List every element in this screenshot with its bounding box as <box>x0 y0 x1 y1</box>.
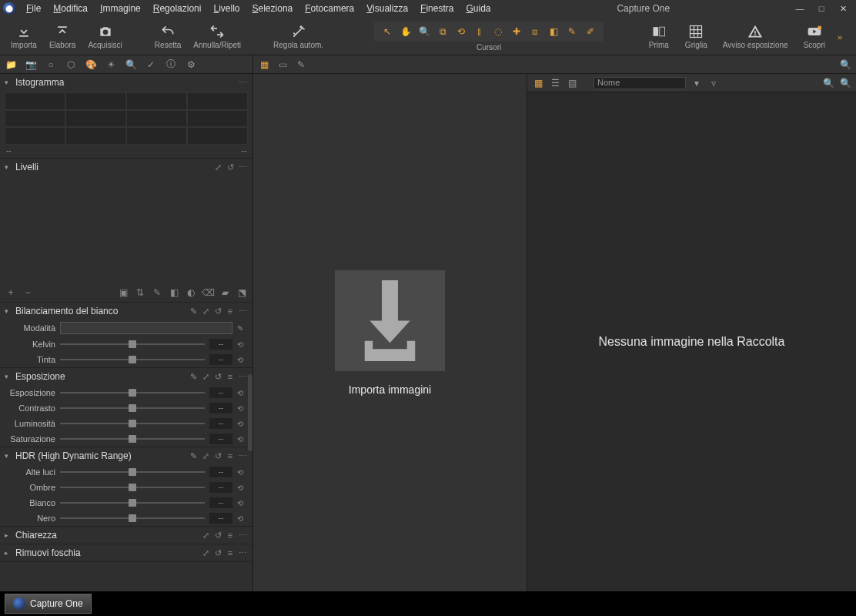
slider-track[interactable] <box>60 343 205 345</box>
preset-icon[interactable]: ≡ <box>225 547 236 558</box>
taskbar-app-button[interactable]: Capture One <box>5 594 92 614</box>
reset-icon[interactable]: ↺ <box>212 371 223 382</box>
slider-track[interactable] <box>60 502 205 504</box>
reset-icon[interactable]: ↺ <box>212 547 223 558</box>
griglia-button[interactable]: Griglia <box>680 22 712 51</box>
expand-icon[interactable]: ⤢ <box>200 371 211 382</box>
menu-finestra[interactable]: Finestra <box>414 2 460 15</box>
reset-icon[interactable]: ⟲ <box>237 420 248 428</box>
rotate-cursor-button[interactable]: ⟲ <box>454 25 468 38</box>
expand-icon[interactable]: ⤢ <box>200 530 211 541</box>
menu-regolazioni[interactable]: Regolazioni <box>147 2 208 15</box>
slider-value[interactable]: -- <box>209 339 232 350</box>
minimize-button[interactable]: — <box>790 2 810 15</box>
reset-icon[interactable]: ⟲ <box>237 389 248 397</box>
spot-cursor-button[interactable]: ◌ <box>491 25 505 38</box>
view-grid-icon[interactable]: ▦ <box>258 59 270 71</box>
slider-thumb[interactable] <box>129 435 136 443</box>
swap-icon[interactable]: ⇅ <box>134 286 146 299</box>
reset-icon[interactable]: ⟲ <box>237 404 248 413</box>
radial-icon[interactable]: ◐ <box>185 286 197 299</box>
menu-file[interactable]: File <box>20 2 47 15</box>
mask-draw-cursor-button[interactable]: ✎ <box>565 25 579 38</box>
slider-track[interactable] <box>60 407 205 409</box>
slider-thumb[interactable] <box>129 356 136 363</box>
mask-erase-cursor-button[interactable]: ✐ <box>583 25 597 38</box>
slider-thumb[interactable] <box>129 404 136 412</box>
auto-icon[interactable]: ✎ <box>188 371 199 382</box>
slider-value[interactable]: -- <box>209 513 232 524</box>
slider-thumb[interactable] <box>129 468 136 476</box>
menu-modifica[interactable]: Modifica <box>47 2 94 15</box>
menu-immagine[interactable]: Immagine <box>94 2 147 15</box>
slider-value[interactable]: -- <box>209 403 232 413</box>
regola-autom-button[interactable]: Regola autom. <box>269 22 328 51</box>
toolbar-overflow-icon[interactable]: » <box>830 30 850 44</box>
mode-select[interactable] <box>60 322 232 334</box>
annulla-ripeti-button[interactable]: Annulla/Ripeti <box>189 22 246 51</box>
menu-icon[interactable]: ⋯ <box>237 306 248 316</box>
reset-icon[interactable]: ⟲ <box>237 514 248 523</box>
mask-icon[interactable]: ▣ <box>117 286 129 299</box>
prima-button[interactable]: Prima <box>644 22 674 51</box>
picker-icon[interactable]: ✎ <box>237 324 248 333</box>
tab-details[interactable]: 🔍 <box>125 59 137 71</box>
tab-settings[interactable]: ⚙ <box>185 59 197 71</box>
expand-icon[interactable]: ⤢ <box>200 306 211 316</box>
menu-icon[interactable]: ⋯ <box>237 450 248 461</box>
maximize-button[interactable]: □ <box>811 2 831 15</box>
menu-fotocamera[interactable]: Fotocamera <box>299 2 360 15</box>
reset-icon[interactable]: ⟲ <box>237 484 248 492</box>
slider-track[interactable] <box>60 517 205 519</box>
slider-thumb[interactable] <box>129 389 136 397</box>
expand-icon[interactable]: ⤢ <box>200 450 211 461</box>
slider-thumb[interactable] <box>129 484 136 491</box>
slider-value[interactable]: -- <box>209 354 232 365</box>
reset-icon[interactable]: ↺ <box>212 450 223 461</box>
tab-crop[interactable]: ⬡ <box>65 59 77 71</box>
search-icon[interactable]: 🔍 <box>839 59 851 71</box>
auto-icon[interactable]: ✎ <box>188 450 199 461</box>
resetta-button[interactable]: Resetta <box>150 22 186 51</box>
search-icon[interactable]: 🔍 <box>839 77 851 89</box>
brush-icon[interactable]: ✎ <box>151 286 163 299</box>
reset-icon[interactable]: ⟲ <box>237 468 248 477</box>
import-button[interactable] <box>335 270 445 371</box>
add-layer-button[interactable]: + <box>5 286 17 299</box>
zoom-cursor-button[interactable]: 🔍 <box>417 25 431 38</box>
tab-adjust[interactable]: ✓ <box>145 59 157 71</box>
preset-icon[interactable]: ≡ <box>225 450 236 461</box>
menu-seleziona[interactable]: Seleziona <box>246 2 299 15</box>
slider-thumb[interactable] <box>129 514 136 522</box>
menu-visualizza[interactable]: Visualizza <box>360 2 414 15</box>
menu-icon[interactable]: ⋯ <box>237 162 248 172</box>
reset-icon[interactable]: ↺ <box>225 162 236 172</box>
menu-icon[interactable]: ⋯ <box>237 371 248 382</box>
thumb-film-icon[interactable]: ▤ <box>566 77 578 89</box>
menu-icon[interactable]: ⋯ <box>237 547 248 558</box>
clone-cursor-button[interactable]: ⧇ <box>528 25 542 38</box>
tab-metadata[interactable]: ⓘ <box>165 59 177 71</box>
scrollbar[interactable] <box>248 374 252 451</box>
erase-cursor-button[interactable]: ◧ <box>547 25 560 38</box>
filter-icon[interactable]: ▿ <box>707 77 720 89</box>
reset-icon[interactable]: ⟲ <box>237 499 248 507</box>
hand-cursor-button[interactable]: ✋ <box>399 25 413 38</box>
slider-track[interactable] <box>60 423 205 424</box>
erase-icon[interactable]: ⌫ <box>202 286 214 299</box>
tab-color[interactable]: 🎨 <box>85 59 97 71</box>
picker-icon[interactable]: ✎ <box>295 59 307 71</box>
slider-value[interactable]: -- <box>209 497 232 508</box>
slider-thumb[interactable] <box>129 499 136 507</box>
gradient-icon[interactable]: ◧ <box>168 286 180 299</box>
remove-layer-button[interactable]: − <box>22 286 34 299</box>
auto-icon[interactable]: ✎ <box>188 306 199 316</box>
thumb-list-icon[interactable]: ☰ <box>549 77 561 89</box>
invert-icon[interactable]: ⬔ <box>236 286 248 299</box>
slider-track[interactable] <box>60 487 205 488</box>
avviso-esposizione-button[interactable]: Avviso esposizione <box>718 22 793 51</box>
tab-lens[interactable]: ○ <box>45 59 57 71</box>
thumb-grid-icon[interactable]: ▦ <box>532 77 544 89</box>
sort-select[interactable]: Nome <box>594 77 686 89</box>
preset-icon[interactable]: ≡ <box>225 371 236 382</box>
